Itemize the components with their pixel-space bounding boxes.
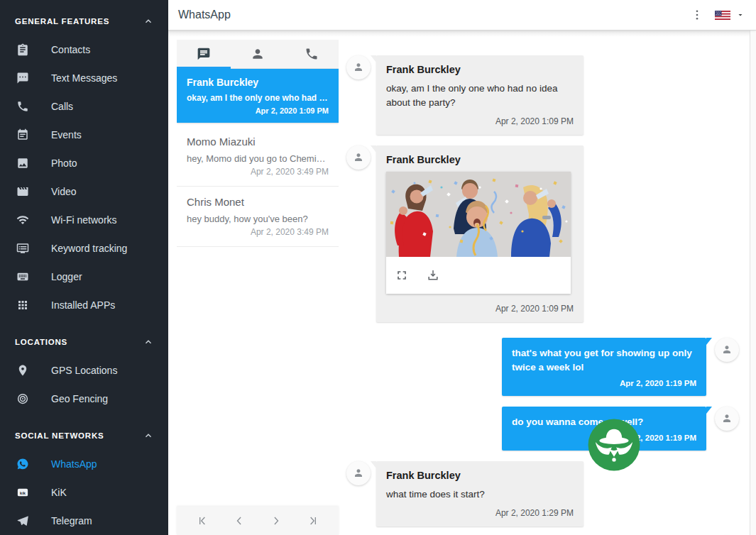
message-time: Apr 2, 2020 1:29 PM: [386, 508, 574, 518]
message-sender: Frank Burckley: [386, 154, 574, 165]
person-avatar-icon: [351, 60, 366, 75]
next-page-icon[interactable]: [269, 514, 283, 528]
sidebar-item-label: Installed APPs: [51, 299, 115, 311]
logger-icon: [16, 270, 30, 284]
message-bubble: that's what you get for showing up only …: [502, 338, 706, 397]
sidebar-item-calls[interactable]: Calls: [0, 92, 168, 121]
message-time: Apr 2, 2020 1:19 PM: [512, 379, 696, 387]
sidebar-item-label: Keyword tracking: [51, 243, 127, 254]
topbar: WhatsApp: [168, 0, 756, 31]
conversation-item-frank-burckley[interactable]: Frank Burckley okay, am I the only one w…: [177, 69, 339, 123]
conversation-list: Frank Burckley okay, am I the only one w…: [177, 69, 339, 507]
message-sender: Frank Burckley: [386, 64, 574, 75]
person-avatar-icon: [351, 466, 366, 480]
sidebar-item-text-messages[interactable]: Text Messages: [0, 64, 168, 92]
section-label: SOCIAL NETWORKS: [15, 431, 104, 440]
conversation-panel: Frank Burckley okay, am I the only one w…: [177, 40, 339, 535]
kebab-menu-icon[interactable]: [691, 9, 703, 21]
sidebar-item-label: WhatsApp: [51, 458, 97, 470]
phone-tab-icon: [305, 47, 319, 61]
message-time: Apr 2, 2020 1:09 PM: [386, 116, 574, 126]
conversation-name: Chris Monet: [187, 196, 329, 208]
conversation-item-chris-monet[interactable]: Chris Monet hey buddy, how you've been? …: [177, 187, 339, 247]
geo-fencing-icon: [16, 392, 30, 406]
message-incoming-image: Frank Burckley: [346, 145, 750, 322]
section-label: GENERAL FEATURES: [15, 17, 109, 26]
sidebar-item-label: Telegram: [51, 515, 92, 526]
avatar: [715, 407, 739, 431]
sidebar-item-photo[interactable]: Photo: [0, 149, 168, 177]
spy-logo: [587, 418, 641, 472]
sidebar-item-gps-locations[interactable]: GPS Locations: [0, 356, 168, 385]
person-avatar-icon: [720, 412, 734, 426]
download-icon[interactable]: [426, 268, 440, 282]
text-messages-icon: [16, 71, 30, 85]
sidebar-item-label: Events: [51, 129, 82, 140]
last-page-icon[interactable]: [306, 514, 320, 528]
message-outgoing: do you wanna come as well? Apr 2, 2020 1…: [346, 407, 750, 451]
sidebar-item-installed-apps[interactable]: Installed APPs: [0, 291, 168, 319]
sidebar-item-contacts[interactable]: Contacts: [0, 35, 168, 64]
conversation-time: Apr 2, 2020 1:09 PM: [187, 106, 329, 115]
sidebar-item-label: Photo: [51, 158, 77, 169]
fullscreen-icon[interactable]: [395, 268, 409, 282]
message-sender: Frank Burckley: [386, 470, 574, 481]
page-title: WhatsApp: [178, 9, 231, 21]
sidebar-item-geo-fencing[interactable]: Geo Fencing: [0, 385, 168, 413]
sidebar: GENERAL FEATURES Contacts Text Messages …: [0, 0, 168, 535]
us-flag-icon: [715, 11, 730, 20]
telegram-icon: [16, 514, 30, 528]
conversation-time: Apr 2, 2020 3:49 PM: [187, 167, 329, 177]
whatsapp-icon: [16, 457, 30, 471]
chat-scrollbar[interactable]: [750, 31, 756, 535]
sidebar-item-kik[interactable]: kik KiK: [0, 478, 168, 507]
section-locations[interactable]: LOCATIONS: [0, 336, 168, 348]
conversation-item-momo-miazuki[interactable]: Momo Miazuki hey, Momo did you go to Che…: [177, 126, 339, 187]
tab-chats[interactable]: [177, 40, 231, 68]
tab-contacts[interactable]: [231, 40, 285, 68]
sidebar-item-logger[interactable]: Logger: [0, 263, 168, 291]
section-label: LOCATIONS: [15, 338, 67, 346]
chat-tab-icon: [197, 47, 211, 61]
message-text: what time does it start?: [386, 487, 574, 502]
previous-page-icon[interactable]: [232, 514, 246, 528]
photo-attachment-card: [386, 172, 571, 294]
sidebar-item-label: Video: [51, 186, 77, 197]
sidebar-item-keyword-tracking[interactable]: Keyword tracking: [0, 234, 168, 263]
avatar: [715, 338, 739, 362]
avatar: [346, 461, 371, 485]
chevron-up-icon[interactable]: [143, 430, 154, 441]
sidebar-item-events[interactable]: Events: [0, 121, 168, 149]
message-time: Apr 2, 2020 1:09 PM: [386, 304, 574, 314]
message-bubble: Frank Burckley okay, am I the only one w…: [376, 55, 584, 135]
message-bubble: Frank Burckley: [376, 145, 584, 322]
keyword-tracking-icon: [16, 241, 30, 255]
message-text: that's what you get for showing up only …: [512, 346, 696, 375]
active-tab-indicator: [177, 67, 231, 69]
party-photo[interactable]: [386, 172, 571, 257]
sidebar-item-video[interactable]: Video: [0, 177, 168, 206]
message-bubble: Frank Burckley what time does it start? …: [376, 461, 584, 526]
sidebar-item-label: KiK: [51, 487, 67, 498]
sidebar-item-whatsapp[interactable]: WhatsApp: [0, 450, 168, 478]
tab-calls[interactable]: [285, 40, 339, 68]
person-avatar-icon: [720, 343, 734, 357]
conversation-preview: okay, am I the only one who had no ide…: [187, 93, 329, 103]
language-picker[interactable]: [715, 11, 745, 20]
events-icon: [16, 128, 30, 142]
pagination-bar: [177, 507, 339, 535]
section-social-networks[interactable]: SOCIAL NETWORKS: [0, 430, 168, 441]
first-page-icon[interactable]: [195, 514, 209, 528]
section-general-features[interactable]: GENERAL FEATURES: [0, 16, 168, 27]
main-area: WhatsApp Frank B: [168, 0, 756, 535]
chevron-up-icon[interactable]: [143, 16, 154, 27]
gps-pin-icon: [16, 363, 30, 377]
sidebar-item-label: GPS Locations: [51, 365, 117, 376]
contacts-icon: [16, 43, 30, 57]
sidebar-item-label: Contacts: [51, 44, 90, 55]
sidebar-item-wifi-networks[interactable]: Wi-Fi networks: [0, 206, 168, 234]
chat-message-panel: Frank Burckley okay, am I the only one w…: [344, 31, 750, 535]
sidebar-item-telegram[interactable]: Telegram: [0, 507, 168, 535]
kik-icon: kik: [16, 485, 30, 500]
chevron-up-icon[interactable]: [143, 336, 154, 348]
